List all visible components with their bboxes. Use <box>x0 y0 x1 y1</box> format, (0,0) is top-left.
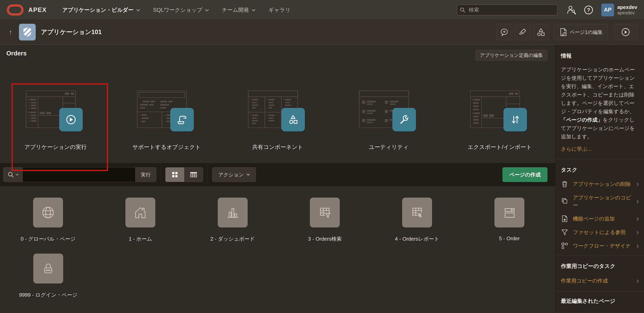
shared-components-button[interactable] <box>533 24 549 40</box>
card-label: サポートするオブジェクト <box>132 143 201 151</box>
card-label: アプリケーションの実行 <box>24 143 87 151</box>
task-add-feature-page[interactable]: 機能ページの追加 › <box>561 215 639 222</box>
lock-icon <box>40 260 56 276</box>
user-info[interactable]: apexdev apexdev <box>617 4 637 15</box>
toolbar-divider <box>161 163 161 186</box>
search-input[interactable] <box>457 4 558 16</box>
card-run-application[interactable]: アプリケーションの実行 <box>0 83 111 151</box>
card-export-import[interactable]: エクスポート/インポート <box>444 83 555 151</box>
card-label: 共有コンポーネント <box>252 143 303 151</box>
go-button[interactable]: 実行 <box>136 168 156 182</box>
menu-team-dev[interactable]: チーム開発 <box>222 6 256 14</box>
table-view-icon <box>190 171 198 178</box>
brush-icon <box>518 28 527 36</box>
page-item-1[interactable]: 1 - ホーム <box>94 198 186 242</box>
menu-gallery[interactable]: ギャラリ <box>268 6 291 14</box>
page-filter-input[interactable] <box>22 168 136 182</box>
task-delete-application[interactable]: アプリケーションの削除 › <box>561 180 639 188</box>
customize-theme-button[interactable] <box>514 24 531 40</box>
trash-icon <box>561 180 568 188</box>
pages-toolbar: 実行 <box>0 163 556 186</box>
workspace-name: apexdev <box>617 10 637 15</box>
card-utilities[interactable]: ユーティリティ <box>333 83 444 151</box>
tasks-title: タスク <box>561 166 639 174</box>
chevron-right-icon: › <box>636 277 639 284</box>
admin-tools-button[interactable] <box>566 5 576 15</box>
page-label: 1 - ホーム <box>129 236 152 242</box>
menu-app-builder[interactable]: アプリケーション・ビルダー <box>62 6 140 14</box>
page-tile <box>33 198 63 228</box>
recent-pages-title: 最近編集されたページ <box>561 298 639 305</box>
topbar-right-cluster: ? AP apexdev apexdev <box>457 4 637 16</box>
icon-view-button[interactable] <box>166 168 184 182</box>
page-tile <box>218 198 248 228</box>
copy-icon <box>561 198 568 205</box>
actions-menu-button[interactable]: アクション <box>212 167 256 182</box>
grid-view-icon <box>171 171 178 178</box>
chevron-right-icon: › <box>636 180 639 188</box>
card-label: ユーティリティ <box>369 143 409 151</box>
menu-sql-workshop[interactable]: SQLワークショップ <box>153 6 209 14</box>
page-item-3[interactable]: 3 - Orders検索 <box>279 198 371 242</box>
create-working-copy-link[interactable]: 作業用コピーの作成 › <box>561 277 639 284</box>
page-item-2[interactable]: 2 - ダッシュボード <box>186 198 279 242</box>
apex-brand: APEX <box>28 6 47 14</box>
working-copy-title: 作業用コピーのタスク <box>561 262 639 270</box>
edit-page-button[interactable]: ページ1の編集 <box>554 24 608 40</box>
task-label: アプリケーションの削除 <box>573 180 632 188</box>
shared-components-icon <box>281 108 305 132</box>
info-text-bold: 「ページの作成」 <box>561 117 603 123</box>
up-arrow-icon[interactable]: ↑ <box>9 28 12 36</box>
user-wrench-icon <box>566 5 576 15</box>
menu-app-builder-label: アプリケーション・ビルダー <box>62 6 134 14</box>
task-workflow-designer[interactable]: ワークフロー・デザイナ › <box>561 242 639 250</box>
menu-gallery-label: ギャラリ <box>268 6 291 14</box>
edit-application-definition-button[interactable]: アプリケーション定義の編集 <box>475 50 548 60</box>
card-shared-components[interactable]: 共有コンポーネント <box>222 83 333 151</box>
learn-more-link[interactable]: さらに学ぶ... <box>561 146 592 152</box>
card-graphic <box>248 90 308 132</box>
create-page-button[interactable]: ページの作成 <box>502 167 548 182</box>
search-scope-button[interactable] <box>4 168 22 182</box>
chevron-down-icon <box>252 9 256 11</box>
page-search-group: 実行 <box>3 167 156 182</box>
application-title: アプリケーション101 <box>41 28 102 36</box>
page-item-5[interactable]: 5 - Order <box>463 198 556 242</box>
chevron-right-icon: › <box>636 242 639 250</box>
run-application-button[interactable] <box>614 24 638 40</box>
info-text-part1: アプリケーションのホームページを使用してアプリケーションを実行、編集、インポート… <box>561 66 635 114</box>
page-item-9999[interactable]: 9999 - ログイン・ページ <box>2 254 94 298</box>
home-icon <box>132 204 148 220</box>
card-label: エクスポート/インポート <box>468 143 532 151</box>
main-menu: アプリケーション・ビルダー SQLワークショップ チーム開発 ギャラリ <box>62 6 290 14</box>
top-navigation-bar: APEX アプリケーション・ビルダー SQLワークショップ チーム開発 ギャラリ <box>0 0 644 20</box>
main-content: Orders アプリケーション定義の編集 <box>0 45 556 312</box>
report-view-button[interactable] <box>184 168 203 182</box>
task-browse-by-facets[interactable]: ファセットによる参照 › <box>561 228 639 236</box>
menu-sql-workshop-label: SQLワークショップ <box>153 6 202 14</box>
card-graphic <box>137 90 196 132</box>
chevron-down-icon <box>16 174 18 176</box>
application-icon[interactable] <box>19 24 36 40</box>
page-label: 2 - ダッシュボード <box>210 236 255 242</box>
page-item-0[interactable]: 0 - グローバル・ページ <box>2 198 94 242</box>
add-comment-button[interactable] <box>496 24 512 40</box>
page-label: 4 - Ordersレポート <box>395 236 440 242</box>
global-search <box>457 4 558 16</box>
working-copy-link-label: 作業用コピーの作成 <box>561 277 636 284</box>
page-tile <box>310 198 340 228</box>
help-button[interactable]: ? <box>584 5 593 15</box>
page-tile <box>33 254 63 284</box>
supporting-objects-icon <box>170 108 194 132</box>
chevron-down-icon <box>247 174 250 176</box>
task-copy-application[interactable]: アプリケーションのコピー › <box>561 194 639 209</box>
page-tile <box>126 198 155 228</box>
utilities-icon <box>392 108 416 132</box>
chevron-right-icon: › <box>636 198 639 205</box>
page-plus-icon <box>561 215 568 222</box>
page-item-4[interactable]: 4 - Ordersレポート <box>371 198 463 242</box>
run-app-icon <box>59 108 83 132</box>
actions-label: アクション <box>218 172 244 178</box>
user-avatar[interactable]: AP <box>601 4 614 16</box>
card-supporting-objects[interactable]: サポートするオブジェクト <box>111 83 222 151</box>
